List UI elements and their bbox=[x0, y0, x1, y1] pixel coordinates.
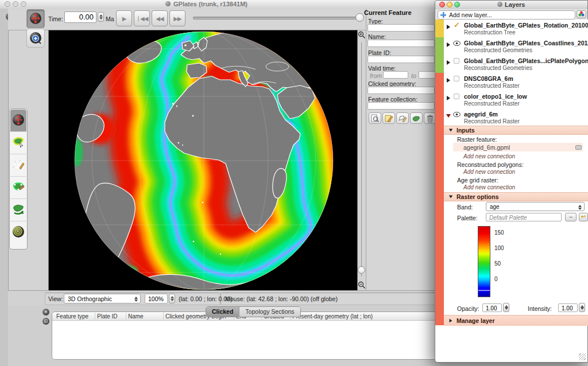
raster-feature-connection[interactable]: agegrid_6m.gpml bbox=[453, 143, 583, 151]
expand-arrow-icon[interactable] bbox=[447, 60, 450, 65]
raster-options-section-header[interactable]: Raster options bbox=[444, 192, 588, 201]
query-feature-button[interactable] bbox=[369, 112, 381, 124]
move-vertex-icon bbox=[11, 180, 25, 194]
clicked-geometry-field[interactable] bbox=[368, 87, 435, 94]
colour-scheme-button[interactable] bbox=[577, 10, 586, 18]
edit-feature-button[interactable] bbox=[382, 112, 395, 124]
expand-arrow-icon[interactable] bbox=[447, 96, 450, 100]
edit-geometry-button[interactable] bbox=[396, 112, 409, 124]
col-clicked-geometry[interactable]: Clicked geometry bbox=[165, 313, 210, 320]
intensity-input[interactable]: 1.00 bbox=[558, 303, 578, 312]
col-name[interactable]: Name bbox=[128, 313, 144, 320]
drag-globe-tool-button[interactable] bbox=[26, 9, 45, 28]
tab-topology-sections[interactable]: Topology Sections bbox=[239, 307, 300, 317]
minimize-icon[interactable] bbox=[447, 2, 452, 7]
layer-row-plate-polygons[interactable]: Global_EarthByte_GPlates...icPlatePolygo… bbox=[435, 55, 588, 73]
play-button[interactable]: ▶ bbox=[116, 10, 132, 26]
age-grid-raster-label: Age grid raster: bbox=[457, 177, 498, 184]
choose-feature-tool-button[interactable] bbox=[10, 132, 26, 154]
palette-field[interactable]: Default Palette bbox=[486, 213, 562, 221]
maximize-icon[interactable] bbox=[21, 1, 26, 7]
query-feature-icon bbox=[370, 114, 380, 123]
layer-name: Global_EarthByte_GPlates_Rotation_201009… bbox=[464, 22, 588, 29]
close-icon[interactable] bbox=[5, 1, 10, 7]
time-input[interactable]: 0.00 bbox=[64, 11, 96, 23]
zoom-slider-track[interactable] bbox=[361, 42, 362, 277]
col-present-day-geometry[interactable]: Present-day geometry (lat ; lon) bbox=[292, 313, 373, 320]
plus-icon bbox=[440, 12, 446, 18]
opacity-stepper[interactable] bbox=[503, 303, 509, 312]
window-title: GPlates (trunk, r13841M) bbox=[173, 1, 247, 7]
digitise-geometry-tool-button[interactable] bbox=[10, 154, 26, 177]
tab-clicked[interactable]: Clicked bbox=[206, 307, 239, 317]
gplates-app: GPlates (trunk, r13841M) ✕ Time: 0.00 Ma… bbox=[0, 0, 588, 366]
time-stepper[interactable] bbox=[98, 12, 104, 22]
expand-arrow-icon[interactable] bbox=[447, 42, 450, 47]
reset-palette-icon[interactable]: ↩ bbox=[579, 213, 588, 221]
collapse-arrow-icon[interactable] bbox=[446, 114, 451, 118]
visibility-checkbox[interactable] bbox=[454, 76, 459, 81]
clone-geometry-button[interactable] bbox=[410, 112, 423, 124]
layer-row-rotation[interactable]: ✓ Global_EarthByte_GPlates_Rotation_2010… bbox=[435, 20, 588, 38]
zoom-in-icon[interactable] bbox=[358, 31, 366, 39]
zoom-out-icon[interactable] bbox=[358, 281, 366, 289]
layer-row-dnsc08gra[interactable]: DNSC08GRA_6m Reconstructed Raster bbox=[435, 73, 588, 91]
visibility-checkbox[interactable] bbox=[454, 58, 459, 64]
plate-id-field[interactable] bbox=[368, 56, 435, 63]
dock-detach-icon[interactable]: ◱ bbox=[42, 318, 49, 325]
col-feature-type[interactable]: Feature type bbox=[56, 313, 88, 320]
visibility-eye-icon[interactable] bbox=[453, 112, 461, 117]
type-field[interactable] bbox=[368, 24, 435, 32]
close-icon[interactable] bbox=[439, 2, 445, 7]
name-field[interactable] bbox=[368, 40, 435, 47]
add-connection-link[interactable]: Add new connection bbox=[463, 169, 515, 175]
add-connection-link[interactable]: Add new connection bbox=[463, 184, 515, 190]
add-new-layer-button[interactable]: Add new layer... bbox=[438, 10, 575, 20]
layers-window: Layers Add new layer... ✓ Global_EarthBy… bbox=[435, 0, 588, 363]
layer-strip bbox=[435, 20, 444, 37]
globe-canvas[interactable] bbox=[48, 30, 358, 291]
drag-globe-palette-button[interactable] bbox=[10, 110, 26, 132]
projection-select[interactable]: 3D Orthographic bbox=[64, 294, 141, 303]
expand-arrow-icon[interactable] bbox=[447, 78, 450, 83]
resize-grip[interactable] bbox=[579, 353, 586, 360]
inputs-section-header[interactable]: Inputs bbox=[444, 126, 588, 135]
build-topology-tool-button[interactable] bbox=[10, 221, 26, 244]
feature-collection-field[interactable] bbox=[368, 102, 435, 110]
layer-name: Global_EarthByte_GPlates_Coastlines_2011… bbox=[464, 40, 588, 46]
layer-row-etopo1[interactable]: color_etopo1_ice_low Reconstructed Raste… bbox=[435, 91, 588, 109]
band-select[interactable]: age bbox=[486, 202, 585, 211]
seek-start-button[interactable]: ❘◀◀ bbox=[134, 10, 150, 26]
intensity-stepper[interactable] bbox=[579, 303, 585, 312]
dock-close-icon[interactable]: ✕ bbox=[42, 309, 49, 316]
visibility-eye-icon[interactable] bbox=[453, 41, 461, 46]
disconnect-icon[interactable] bbox=[575, 145, 582, 150]
intensity-label: Intensity: bbox=[528, 305, 552, 312]
open-palette-button[interactable]: – bbox=[565, 213, 577, 221]
minimize-icon[interactable] bbox=[13, 1, 18, 7]
visibility-checkbox[interactable] bbox=[454, 94, 459, 99]
step-forward-button[interactable]: ▶▶ bbox=[169, 10, 185, 26]
layer-type: Reconstructed Raster bbox=[464, 100, 520, 107]
zoom-slider-handle[interactable] bbox=[358, 266, 365, 274]
zoom-level-input[interactable]: 100% bbox=[145, 294, 168, 303]
time-slider[interactable] bbox=[193, 17, 362, 20]
zoom-stepper[interactable] bbox=[169, 294, 175, 303]
valid-from-field[interactable] bbox=[383, 71, 408, 79]
step-back-button[interactable]: ◀◀ bbox=[152, 10, 168, 26]
zoom-globe-tool-button[interactable] bbox=[26, 29, 45, 48]
layer-type: Reconstructed Raster bbox=[464, 83, 520, 89]
move-geometry-tool-button[interactable] bbox=[10, 199, 26, 221]
time-slider-handle[interactable] bbox=[355, 13, 364, 22]
expand-arrow-icon[interactable] bbox=[447, 25, 450, 29]
valid-to-field[interactable] bbox=[419, 71, 436, 79]
layer-check-icon[interactable]: ✓ bbox=[454, 21, 460, 29]
maximize-icon[interactable] bbox=[454, 2, 460, 7]
manage-layer-section-header[interactable]: Manage layer bbox=[444, 315, 588, 326]
move-vertex-tool-button[interactable] bbox=[10, 177, 26, 199]
add-connection-link[interactable]: Add new connection bbox=[463, 153, 515, 159]
time-label: Time: bbox=[48, 15, 63, 22]
layer-row-coastlines[interactable]: Global_EarthByte_GPlates_Coastlines_2011… bbox=[435, 37, 588, 56]
col-plate-id[interactable]: Plate ID bbox=[97, 313, 118, 320]
opacity-input[interactable]: 1.00 bbox=[482, 303, 502, 312]
